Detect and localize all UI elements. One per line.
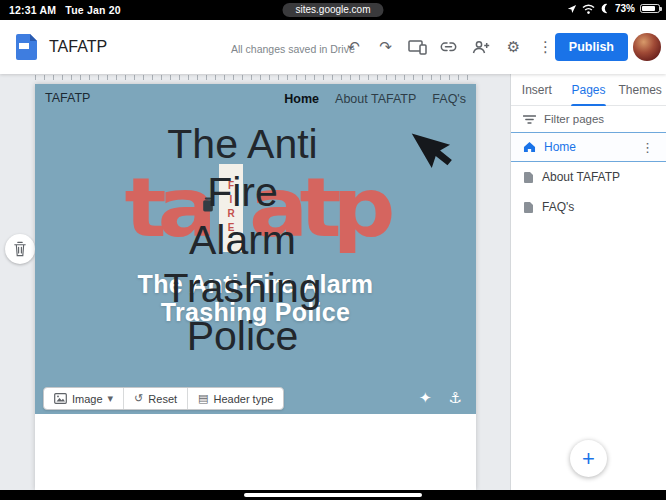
home-icon	[523, 141, 536, 153]
reset-chip-label: Reset	[148, 393, 177, 405]
redo-icon[interactable]: ↷	[376, 38, 395, 56]
publish-button[interactable]: Publish	[555, 33, 628, 61]
site-nav: Home About TAFATP FAQ's	[284, 92, 466, 106]
page-row-faq[interactable]: FAQ's	[511, 192, 666, 222]
right-sidebar: Insert Pages Themes Home ⋮	[510, 74, 666, 490]
image-icon	[54, 393, 67, 404]
image-chip-label: Image	[72, 393, 103, 405]
page-label: Home	[544, 140, 576, 154]
site-canvas[interactable]: TAFATP Home About TAFATP FAQ's ta	[35, 84, 476, 490]
bottom-bar	[0, 490, 666, 500]
image-chip-button[interactable]: Image ▾	[44, 388, 123, 409]
tab-themes[interactable]: Themes	[614, 74, 666, 105]
tab-insert[interactable]: Insert	[511, 74, 563, 105]
nav-home[interactable]: Home	[284, 92, 319, 106]
add-page-button[interactable]: +	[570, 440, 607, 477]
trash-icon	[13, 241, 27, 257]
moon-icon	[600, 3, 610, 14]
header-edit-bar: Image ▾ ↺ Reset ▤ Header type	[43, 387, 284, 410]
filter-pages-row	[511, 106, 666, 132]
page-row-home[interactable]: Home ⋮	[511, 132, 666, 162]
title-line: Police	[35, 312, 450, 360]
tab-pages[interactable]: Pages	[563, 74, 615, 105]
account-avatar[interactable]	[633, 33, 661, 61]
title-line: The Anti	[35, 120, 450, 168]
title-line: Fire	[35, 168, 450, 216]
document-title[interactable]: TAFATP	[49, 38, 107, 56]
toolbar-actions: ↶ ↷ ⚙ ⋮	[344, 35, 555, 59]
filter-pages-input[interactable]	[544, 113, 644, 125]
cursor-pointer-icon	[407, 122, 459, 180]
filter-icon	[523, 115, 536, 124]
header-corner-tools: ✦ ⚓	[419, 389, 462, 407]
chevron-down-icon: ▾	[108, 392, 114, 405]
clock-time: 12:31 AM	[9, 4, 56, 16]
title-line: Trashing	[35, 264, 450, 312]
more-options-icon[interactable]: ⋮	[536, 38, 555, 56]
clock-date: Tue Jan 20	[65, 4, 121, 16]
wifi-icon	[582, 4, 595, 14]
header-type-chip-label: Header type	[213, 393, 273, 405]
header-type-icon: ▤	[198, 392, 208, 405]
screen: 12:31 AM Tue Jan 20 sites.google.com 73%	[0, 0, 666, 500]
nav-about[interactable]: About TAFATP	[335, 92, 416, 106]
undo-icon[interactable]: ↶	[344, 38, 363, 56]
magic-sparkle-icon[interactable]: ✦	[419, 389, 432, 407]
sites-logo-icon[interactable]	[15, 33, 38, 61]
page-label: FAQ's	[542, 200, 574, 214]
settings-gear-icon[interactable]: ⚙	[504, 38, 523, 56]
url-pill[interactable]: sites.google.com	[282, 3, 383, 17]
battery-icon	[640, 4, 660, 14]
anchor-icon[interactable]: ⚓	[449, 389, 462, 407]
ruler	[35, 75, 476, 80]
location-arrow-icon	[567, 4, 577, 14]
page-icon	[523, 201, 534, 214]
page-menu-icon[interactable]: ⋮	[641, 140, 654, 155]
delete-section-button[interactable]	[5, 234, 35, 264]
site-name[interactable]: TAFATP	[45, 91, 90, 105]
page-label: About TAFATP	[542, 170, 620, 184]
page-row-about[interactable]: About TAFATP	[511, 162, 666, 192]
battery-percent: 73%	[615, 3, 635, 14]
editor-toolbar: TAFATP All changes saved in Drive ↶ ↷	[0, 20, 666, 74]
status-right: 73%	[567, 3, 660, 14]
sidebar-tabs: Insert Pages Themes	[511, 74, 666, 106]
save-status: All changes saved in Drive	[231, 43, 355, 55]
status-bar: 12:31 AM Tue Jan 20 sites.google.com 73%	[0, 0, 666, 20]
nav-faq[interactable]: FAQ's	[432, 92, 466, 106]
share-add-people-icon[interactable]	[472, 41, 491, 54]
home-indicator[interactable]	[244, 493, 422, 497]
header-section[interactable]: TAFATP Home About TAFATP FAQ's ta	[35, 84, 476, 414]
page-title[interactable]: The Anti Fire Alarm Trashing Police	[35, 120, 450, 360]
reset-chip-button[interactable]: ↺ Reset	[123, 388, 187, 409]
title-line: Alarm	[35, 216, 450, 264]
page-icon	[523, 171, 534, 184]
status-left: 12:31 AM Tue Jan 20	[9, 4, 121, 16]
copy-link-icon[interactable]	[440, 42, 459, 52]
header-type-chip-button[interactable]: ▤ Header type	[187, 388, 283, 409]
reset-icon: ↺	[134, 392, 143, 405]
device-preview-icon[interactable]	[408, 40, 427, 55]
